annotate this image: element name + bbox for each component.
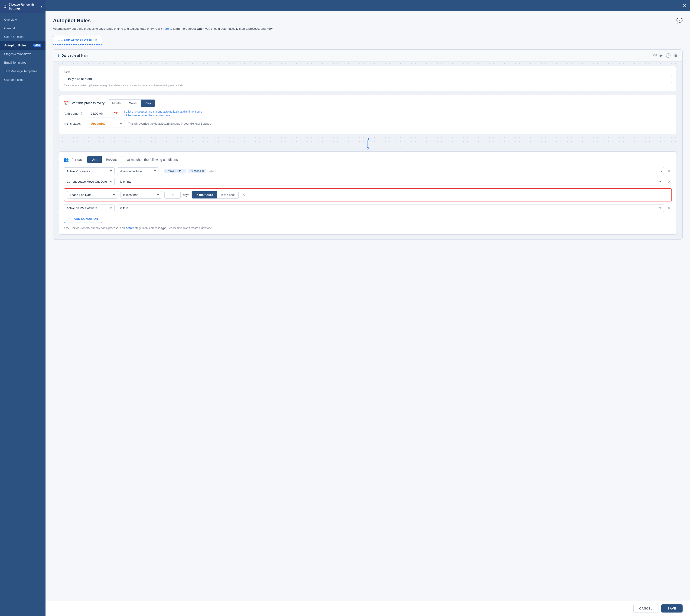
condition-row-active-processes: Active Processes does not include 8 Move… [64,167,672,175]
new-badge: NEW [33,44,41,47]
time-hint: If a lot of processes are starting autom… [124,110,202,118]
time-input-wrap: 📅 [88,110,120,117]
freq-month-button[interactable]: Month [108,100,125,107]
entity-unit-button[interactable]: Unit [87,156,102,163]
delete-rule-button[interactable]: 🗑 [673,53,678,58]
time-label: At this time: ? [64,112,85,115]
clock-icon-button[interactable]: 🕐 [666,53,671,58]
conditions-header: 👥 For each Unit Property that matches th… [64,156,672,163]
here-link[interactable]: here [163,27,169,30]
name-input[interactable] [64,75,672,83]
sidebar-item-autopilot-rules[interactable]: Autopilot Rules NEW [0,41,45,50]
footer: CANCEL SAVE [45,601,690,616]
rule-title: Daily rule at 6 am [62,53,88,57]
stage-select[interactable]: Upcoming [88,120,125,127]
time-row: At this time: ? 📅 If a lot of processes … [64,110,672,118]
toggle-state-label: Off [653,54,657,57]
tag-evictions: Evictions ✕ [188,169,206,173]
toggle-button[interactable]: ▶ [660,53,663,58]
page-title: Autopilot Rules [53,18,91,24]
frequency-buttons: Month Week Day [108,100,155,107]
rule-card: ℹ Daily rule at 6 am Off ▶ 🕐 🗑 Name Give… [53,49,683,240]
name-section: Name Give your rule a descriptive name (… [59,66,677,91]
rule-card-header: ℹ Daily rule at 6 am Off ▶ 🕐 🗑 [53,50,682,62]
plus-icon: + [58,39,60,42]
stage-label: In this stage: [64,122,85,125]
sidebar-header-left: ⚙ 7 Lease Renewals Settings [3,3,35,11]
condition-field-select-3[interactable]: Lease End Date [67,191,118,199]
sidebar-header[interactable]: ⚙ 7 Lease Renewals Settings ▾ [0,0,45,14]
frequency-section: 📅 Start this process every Month Week Da… [59,95,677,134]
time-help-icon[interactable]: ? [81,112,83,115]
frequency-row: 📅 Start this process every Month Week Da… [64,100,672,107]
sidebar-app-name: 7 Lease Renewals Settings [9,3,35,11]
sidebar-nav: Overview General Users & Roles Autopilot… [0,14,45,616]
condition-remove-4[interactable]: ✕ [667,205,672,212]
days-input[interactable] [164,191,181,199]
connector-dot-top [367,138,369,140]
direction-buttons: in the future in the past [192,191,238,199]
condition-field-select-2[interactable]: Current Lease Move Out Date [64,178,115,185]
freq-day-button[interactable]: Day [141,100,155,107]
entity-buttons: Unit Property [87,156,122,163]
sidebar-item-text-message-templates[interactable]: Text Message Templates [0,67,45,75]
sidebar-item-email-templates[interactable]: Email Templates [0,58,45,67]
condition-operator-select-4[interactable]: is true [117,204,664,212]
rule-card-body: Name Give your rule a descriptive name (… [53,62,682,240]
sidebar-item-users-roles[interactable]: Users & Roles [0,32,45,41]
condition-remove-2[interactable]: ✕ [667,178,672,185]
help-circle-icon[interactable]: 💬 [676,18,683,24]
stage-row: In this stage: Upcoming This will overri… [64,120,672,127]
condition-field-select-4[interactable]: Active on PM Software [64,204,115,212]
condition-field-select-1[interactable]: Active Processes [64,167,115,175]
name-label: Name [64,70,672,73]
calendar-icon: 📅 [64,101,69,106]
add-autopilot-rule-button[interactable]: + + ADD AUTOPILOT RULE [53,36,102,45]
condition-row-move-out-date: Current Lease Move Out Date is empty ✕ [64,178,672,185]
days-label: days [183,193,189,197]
connector [59,138,677,150]
condition-operator-select-3[interactable]: is less than [120,191,162,199]
condition-tags-input-1[interactable]: 8 Move Outs ✕ Evictions ✕ Select ▾ [161,167,664,175]
page-header: Autopilot Rules 💬 [53,18,683,24]
main: ✕ Autopilot Rules 💬 Automatically start … [45,0,690,616]
save-button[interactable]: SAVE [661,604,683,613]
freq-week-button[interactable]: Week [125,100,141,107]
sidebar-item-overview[interactable]: Overview [0,15,45,24]
condition-row-pm-software: Active on PM Software is true ✕ [64,204,672,212]
connector-line [368,140,368,147]
info-text: If the Unit or Property already has a pr… [64,226,672,230]
rule-header-right: Off ▶ 🕐 🗑 [653,53,678,58]
condition-remove-1[interactable]: ✕ [667,168,672,175]
connector-dot-bottom [367,147,369,150]
direction-future-button[interactable]: in the future [192,191,217,198]
condition-suffix: that matches the following conditions: [125,158,179,161]
sidebar-item-general[interactable]: General [0,24,45,32]
topbar: ✕ [45,0,690,11]
add-condition-button[interactable]: + + ADD CONDITION [64,215,102,223]
settings-icon: ⚙ [3,4,6,9]
tag-move-outs: 8 Move Outs ✕ [164,169,187,173]
info-active-highlight: Active [126,226,134,230]
entity-icon: 👥 [64,157,69,162]
chevron-down-icon: ▾ [41,5,42,8]
stage-hint: This will override the default starting … [128,122,211,125]
condition-operator-select-1[interactable]: does not include [117,167,159,175]
entity-property-button[interactable]: Property [102,156,122,163]
for-each-label: For each [71,158,84,161]
clock-icon: 📅 [113,111,118,116]
tag-remove-move-outs[interactable]: ✕ [182,170,185,173]
content-area: Autopilot Rules 💬 Automatically start th… [45,11,690,601]
conditions-section: 👥 For each Unit Property that matches th… [59,151,677,235]
sidebar-item-stages-workflows[interactable]: Stages & Workflows [0,50,45,58]
name-hint: Give your rule a descriptive name (e.g. … [64,84,672,87]
condition-remove-3[interactable]: ✕ [241,192,246,198]
condition-operator-select-2[interactable]: is empty [117,178,664,185]
sidebar-item-custom-fields[interactable]: Custom Fields [0,75,45,84]
cancel-button[interactable]: CANCEL [633,604,658,613]
rule-header-left: ℹ Daily rule at 6 am [58,53,88,58]
info-circle-icon: ℹ [58,53,59,58]
tag-remove-evictions[interactable]: ✕ [202,170,204,173]
close-button[interactable]: ✕ [682,3,686,8]
direction-past-button[interactable]: in the past [217,191,238,198]
